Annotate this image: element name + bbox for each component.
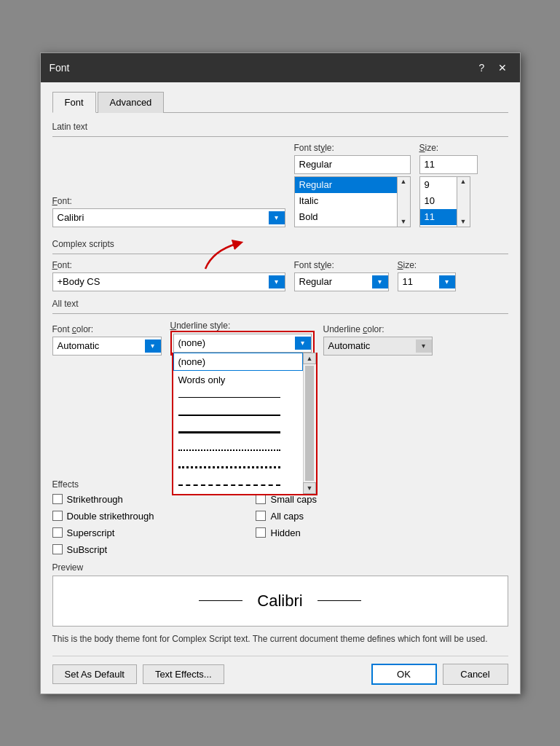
popup-scroll-thumb [305,366,314,481]
dialog-body: Font Advanced Latin text Font: Calibri ▾ [41,82,520,694]
underline-color-dropdown[interactable]: Automatic ▾ [323,337,433,356]
latin-size-listbox[interactable]: 9 10 11 ▲ ▼ [419,176,470,227]
double-strikethrough-checkbox[interactable] [52,511,63,521]
strikethrough-row: Strikethrough [52,494,154,505]
all-caps-checkbox[interactable] [256,511,266,521]
double-strikethrough-row: Double strikethrough [52,511,154,522]
complex-size-label: Size: [398,260,456,270]
popup-items: (none) Words only [173,353,303,494]
popup-scroll-up[interactable]: ▲ [303,353,316,364]
style-option-regular[interactable]: Regular [295,177,410,193]
hidden-checkbox[interactable] [256,527,266,538]
popup-scroll-down[interactable]: ▼ [303,482,316,494]
title-bar-controls: ? ✕ [473,59,511,76]
arrow-svg [198,236,256,272]
latin-font-value: Calibri [58,212,84,223]
latin-size-input[interactable]: 11 [419,155,478,174]
complex-style-label: Font style: [294,260,389,270]
tab-bar: Font Advanced [52,91,508,113]
style-option-italic[interactable]: Italic [295,193,410,209]
underline-option-dotted2[interactable] [173,459,303,476]
size-scroll-down[interactable]: ▼ [460,219,467,225]
latin-text-row: Font: Calibri ▾ Font style: Regular Regu… [52,143,508,227]
underline-option-dotted[interactable] [173,441,303,459]
underline-style-dropdown[interactable]: (none) ▾ [173,334,312,353]
underline-option-dashed[interactable] [173,476,303,494]
ok-button[interactable]: OK [371,664,437,685]
all-text-label: All text [52,299,508,309]
preview-text-container: Calibri [199,592,360,610]
text-effects-button[interactable]: Text Effects... [143,664,224,684]
tab-advanced[interactable]: Advanced [98,92,165,113]
latin-size-value: 11 [425,159,435,170]
line-dotted-icon [178,449,280,451]
style-option-bold[interactable]: Bold [295,209,410,225]
underline-option-thin[interactable] [173,389,303,407]
strikethrough-checkbox[interactable] [52,494,63,504]
effects-section: Strikethrough Double strikethrough Super… [52,494,508,555]
effects-left-col: Strikethrough Double strikethrough Super… [52,494,154,555]
tab-font[interactable]: Font [52,92,96,113]
hidden-row: Hidden [256,527,317,538]
underline-style-popup: (none) Words only [172,353,318,495]
dialog-title: Font [50,62,70,74]
underline-color-value: Automatic [328,340,371,351]
style-listbox-scrollbar[interactable]: ▲ ▼ [397,177,410,227]
underline-style-value: (none) [178,337,206,348]
font-color-label: Font color: [52,324,162,334]
subscript-checkbox[interactable] [52,544,63,554]
all-caps-label: All caps [270,511,304,522]
complex-size-value: 11 [403,276,413,287]
underline-option-none[interactable]: (none) [173,353,303,371]
size-scroll-up[interactable]: ▲ [460,178,467,185]
latin-size-label: Size: [419,143,478,153]
complex-size-dropdown[interactable]: 11 ▾ [398,272,456,291]
double-strikethrough-label: Double strikethrough [67,511,154,522]
close-button[interactable]: ✕ [494,59,511,76]
subscript-label: SuBscript [67,544,108,555]
small-caps-row: Small caps [256,494,317,505]
preview-label: Preview [52,562,508,573]
line-thin-icon [178,397,280,398]
underline-style-group: Underline style: (none) ▾ (none) [170,320,315,356]
underline-option-medium[interactable] [173,407,303,424]
line-dashed-icon [178,484,280,486]
latin-font-dropdown[interactable]: Calibri ▾ [52,208,285,227]
all-text-divider [52,313,508,314]
font-color-value: Automatic [58,340,100,351]
complex-size-group: Size: 11 ▾ [398,260,456,291]
font-dialog: Font ? ✕ Font Advanced Latin text Font: [40,52,521,694]
help-button[interactable]: ? [473,59,491,76]
subscript-row: SuBscript [52,544,154,555]
latin-style-listbox[interactable]: Regular Italic Bold ▲ ▼ [294,176,411,227]
latin-style-value: Regular [299,159,333,170]
preview-font-name: Calibri [257,592,302,610]
line-medium-icon [178,415,280,416]
tab-advanced-label: Advanced [110,97,152,108]
small-caps-checkbox[interactable] [256,494,266,504]
latin-text-divider [52,136,508,137]
line-dotted2-icon [178,466,280,468]
complex-font-dropdown[interactable]: +Body CS ▾ [52,272,285,291]
title-bar: Font ? ✕ [41,53,520,82]
latin-style-group: Font style: Regular Regular Italic Bold [294,143,411,227]
set-default-button[interactable]: Set As Default [52,664,137,684]
complex-style-group: Font style: Regular ▾ [294,260,389,291]
complex-scripts-divider [52,254,508,254]
superscript-checkbox[interactable] [52,527,63,538]
complex-style-dropdown[interactable]: Regular ▾ [294,272,389,291]
cancel-button[interactable]: Cancel [443,664,508,685]
latin-font-arrow: ▾ [269,211,285,224]
font-color-dropdown[interactable]: Automatic ▾ [52,337,162,356]
scroll-up-arrow[interactable]: ▲ [401,178,407,185]
latin-style-dropdown[interactable]: Regular [294,155,411,174]
preview-line-right [318,600,361,601]
underline-option-words-only[interactable]: Words only [173,371,303,389]
size-listbox-scrollbar[interactable]: ▲ ▼ [457,177,470,227]
scroll-down-arrow[interactable]: ▼ [401,219,407,225]
underline-option-thick[interactable] [173,424,303,441]
popup-scrollbar: ▲ ▼ [303,353,316,494]
underline-color-arrow: ▾ [416,339,432,353]
underline-style-label: Underline style: [170,321,231,331]
superscript-row: Superscript [52,527,154,538]
